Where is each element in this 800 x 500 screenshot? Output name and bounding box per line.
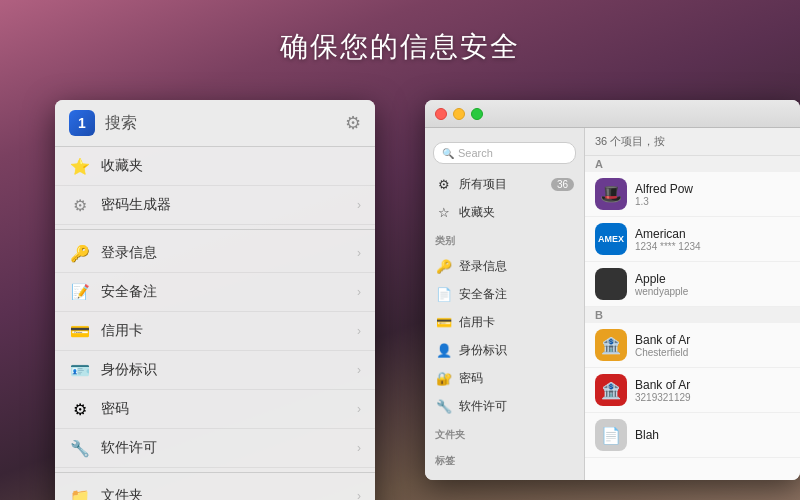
sidebar-item-all[interactable]: ⚙ 所有项目 36 [425, 170, 584, 198]
password-icon: 🔐 [435, 369, 453, 387]
sidebar-label: 所有项目 [459, 176, 507, 193]
minimize-button[interactable] [453, 108, 465, 120]
password-icon: ⚙ [69, 398, 91, 420]
apple-icon [595, 268, 627, 300]
sidebar-item-passwords[interactable]: 🔐 密码 [425, 364, 584, 392]
mini-menu-item-password[interactable]: ⚙ 密码 › [55, 390, 375, 429]
page-title: 确保您的信息安全 [0, 28, 800, 66]
star-icon: ⭐ [69, 155, 91, 177]
alfred-icon: 🎩 [595, 178, 627, 210]
search-icon: 🔍 [442, 148, 454, 159]
list-item-bankofar1[interactable]: 🏦 Bank of Ar Chesterfield [585, 323, 800, 368]
bank1-icon: 🏦 [595, 329, 627, 361]
mini-menu-label: 登录信息 [101, 244, 357, 262]
audit-section-title: 安全审查 [425, 472, 584, 480]
mini-menu-label: 软件许可 [101, 439, 357, 457]
maximize-button[interactable] [471, 108, 483, 120]
note-icon: 📝 [69, 281, 91, 303]
sidebar-search[interactable]: 🔍 Search [433, 142, 576, 164]
chevron-right-icon: › [357, 246, 361, 260]
mini-menu-item-notes[interactable]: 📝 安全备注 › [55, 273, 375, 312]
sidebar-item-favorites[interactable]: ☆ 收藏夹 [425, 198, 584, 226]
list-item-text: American 1234 **** 1234 [635, 227, 790, 252]
list-item-apple[interactable]: Apple wendyapple [585, 262, 800, 307]
amex-icon: AMEX [595, 223, 627, 255]
list-item-blah[interactable]: 📄 Blah [585, 413, 800, 458]
mini-menu-item-software[interactable]: 🔧 软件许可 › [55, 429, 375, 468]
tags-section-title: 标签 [425, 446, 584, 472]
sidebar-item-logins[interactable]: 🔑 登录信息 [425, 252, 584, 280]
mini-menu-label: 收藏夹 [101, 157, 361, 175]
sidebar-label: 信用卡 [459, 314, 495, 331]
list-item-text: Bank of Ar 3219321129 [635, 378, 790, 403]
mini-menu-item-logins[interactable]: 🔑 登录信息 › [55, 234, 375, 273]
category-section-title: 类别 [425, 226, 584, 252]
sidebar-label: 身份标识 [459, 342, 507, 359]
sidebar-item-notes[interactable]: 📄 安全备注 [425, 280, 584, 308]
item-sub: 1234 **** 1234 [635, 241, 790, 252]
list-item-text: Bank of Ar Chesterfield [635, 333, 790, 358]
mini-menu-header: 1 搜索 ⚙ [55, 100, 375, 147]
traffic-lights [435, 108, 483, 120]
mini-menu-label: 安全备注 [101, 283, 357, 301]
list-item-bankofar2[interactable]: 🏦 Bank of Ar 3219321129 [585, 368, 800, 413]
chevron-right-icon: › [357, 198, 361, 212]
list-item-amex[interactable]: AMEX American 1234 **** 1234 [585, 217, 800, 262]
item-name: Bank of Ar [635, 333, 790, 347]
creditcard-icon: 💳 [69, 320, 91, 342]
mini-menu-item-creditcard[interactable]: 💳 信用卡 › [55, 312, 375, 351]
mini-search-label: 搜索 [105, 113, 345, 134]
item-name: American [635, 227, 790, 241]
mini-menu-label: 信用卡 [101, 322, 357, 340]
identity-icon: 👤 [435, 341, 453, 359]
mini-menu-label: 密码生成器 [101, 196, 357, 214]
list-item-alfred[interactable]: 🎩 Alfred Pow 1.3 [585, 172, 800, 217]
sidebar-item-software[interactable]: 🔧 软件许可 [425, 392, 584, 420]
star-icon: ☆ [435, 203, 453, 221]
sidebar-item-identity[interactable]: 👤 身份标识 [425, 336, 584, 364]
note-icon: 📄 [435, 285, 453, 303]
list-item-text: Alfred Pow 1.3 [635, 182, 790, 207]
creditcard-icon: 💳 [435, 313, 453, 331]
gear-icon: ⚙ [69, 194, 91, 216]
mini-menu-item-identity[interactable]: 🪪 身份标识 › [55, 351, 375, 390]
item-name: Bank of Ar [635, 378, 790, 392]
sidebar-label: 登录信息 [459, 258, 507, 275]
item-sub: 3219321129 [635, 392, 790, 403]
divider [55, 229, 375, 230]
mini-menu-item-favorites[interactable]: ⭐ 收藏夹 [55, 147, 375, 186]
sidebar-label: 收藏夹 [459, 204, 495, 221]
item-count-badge: 36 [551, 178, 574, 191]
key-icon: 🔑 [435, 257, 453, 275]
chevron-right-icon: › [357, 285, 361, 299]
mini-menu-label: 密码 [101, 400, 357, 418]
chevron-right-icon: › [357, 441, 361, 455]
chevron-right-icon: › [357, 324, 361, 338]
search-placeholder: Search [458, 147, 493, 159]
mini-menu-item-password-gen[interactable]: ⚙ 密码生成器 › [55, 186, 375, 225]
item-sub: Chesterfield [635, 347, 790, 358]
chevron-right-icon: › [357, 363, 361, 377]
software-icon: 🔧 [69, 437, 91, 459]
chevron-right-icon: › [357, 489, 361, 500]
list-item-text: Apple wendyapple [635, 272, 790, 297]
item-sub: 1.3 [635, 196, 790, 207]
close-button[interactable] [435, 108, 447, 120]
sidebar-label: 密码 [459, 370, 483, 387]
mini-menu-label: 文件夹 [101, 487, 357, 500]
software-icon: 🔧 [435, 397, 453, 415]
sidebar-item-creditcard[interactable]: 💳 信用卡 [425, 308, 584, 336]
item-name: Blah [635, 428, 790, 442]
mini-menu-item-folder[interactable]: 📁 文件夹 › [55, 477, 375, 500]
section-letter-b: B [585, 307, 800, 323]
gear-icon[interactable]: ⚙ [345, 112, 361, 134]
chevron-right-icon: › [357, 402, 361, 416]
content-header: 36 个项目，按 [585, 128, 800, 156]
sidebar-label: 软件许可 [459, 398, 507, 415]
window-body: 🔍 Search ⚙ 所有项目 36 ☆ 收藏夹 类别 🔑 登录信息 📄 [425, 128, 800, 480]
item-name: Alfred Pow [635, 182, 790, 196]
item-sub: wendyapple [635, 286, 790, 297]
bank2-icon: 🏦 [595, 374, 627, 406]
sidebar-label: 安全备注 [459, 286, 507, 303]
key-icon: 🔑 [69, 242, 91, 264]
